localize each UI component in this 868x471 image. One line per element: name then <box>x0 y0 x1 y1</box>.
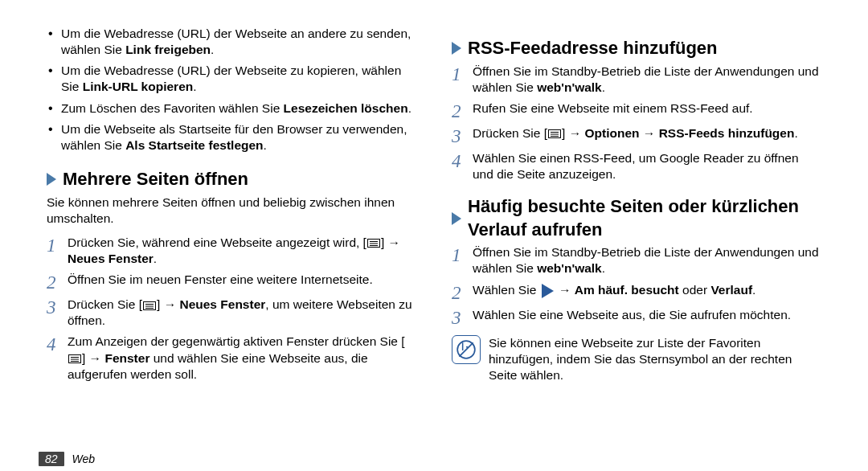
bullet-item: Zum Löschen des Favoriten wählen Sie Les… <box>47 100 416 117</box>
menu-icon <box>143 301 156 310</box>
step-text: Drücken Sie [] → Neues Fenster, um weite… <box>68 297 416 329</box>
chevron-right-icon <box>452 42 461 55</box>
section-heading: Häufig besuchte Seiten oder kürzlichen V… <box>452 195 821 241</box>
left-column: Um die Webadresse (URL) der Webseite an … <box>39 26 434 466</box>
step-row: 4 Wählen Sie einen RSS-Feed, um Google R… <box>452 150 821 182</box>
step-number: 1 <box>452 244 473 276</box>
step-number: 1 <box>47 235 68 267</box>
footer-section-name: Web <box>72 453 96 465</box>
step-row: 4 Zum Anzeigen der gegenwärtig aktiven F… <box>47 334 416 382</box>
play-right-icon <box>542 284 554 298</box>
section-heading: Mehrere Seiten öffnen <box>47 168 416 191</box>
step-number: 3 <box>47 297 68 329</box>
menu-icon <box>548 129 561 138</box>
step-text: Zum Anzeigen der gegenwärtig aktiven Fen… <box>68 334 416 382</box>
step-number: 1 <box>452 63 473 96</box>
step-number: 2 <box>452 282 473 302</box>
step-text: Wählen Sie eine Webseite aus, die Sie au… <box>473 307 821 327</box>
note-text: Sie können eine Webseite zur Liste der F… <box>489 335 821 383</box>
step-row: 1 Öffnen Sie im Standby-Betrieb die List… <box>452 63 821 96</box>
bullet-item: Um die Webadresse (URL) der Webseite an … <box>47 26 416 58</box>
section-heading: RSS-Feedadresse hinzufügen <box>452 37 821 60</box>
step-number: 2 <box>452 100 473 121</box>
step-row: 3 Drücken Sie [] → Neues Fenster, um wei… <box>47 297 416 329</box>
note-icon <box>452 335 481 364</box>
step-row: 1 Drücken Sie, während eine Webseite ang… <box>47 235 416 267</box>
page-footer: 82 Web <box>39 452 95 466</box>
step-text: Öffnen Sie im Standby-Betrieb die Liste … <box>473 63 821 96</box>
step-text: Öffnen Sie im neuen Fenster eine weitere… <box>68 272 416 292</box>
step-text: Drücken Sie, während eine Webseite angez… <box>68 235 416 267</box>
step-text: Wählen Sie → Am häuf. besucht oder Verla… <box>473 282 821 302</box>
step-row: 2 Wählen Sie → Am häuf. besucht oder Ver… <box>452 282 821 302</box>
bullet-item: Um die Webseite als Startseite für den B… <box>47 121 416 154</box>
menu-icon <box>68 354 81 363</box>
chevron-right-icon <box>47 173 56 186</box>
step-number: 4 <box>452 150 473 182</box>
manual-page: Um die Webadresse (URL) der Webseite an … <box>0 0 868 471</box>
step-row: 3 Drücken Sie [] → Optionen → RSS-Feeds … <box>452 125 821 145</box>
menu-icon <box>367 239 380 248</box>
step-row: 2 Rufen Sie eine Webseite mit einem RSS-… <box>452 100 821 121</box>
page-number: 82 <box>39 452 64 466</box>
step-number: 3 <box>452 125 473 145</box>
step-row: 1 Öffnen Sie im Standby-Betrieb die List… <box>452 244 821 276</box>
step-text: Drücken Sie [] → Optionen → RSS-Feeds hi… <box>473 125 821 145</box>
chevron-right-icon <box>452 212 461 225</box>
step-text: Wählen Sie einen RSS-Feed, um Google Rea… <box>473 150 821 182</box>
step-number: 3 <box>452 307 473 327</box>
step-row: 2 Öffnen Sie im neuen Fenster eine weite… <box>47 272 416 292</box>
section-intro: Sie können mehrere Seiten öffnen und bel… <box>47 195 416 227</box>
right-column: RSS-Feedadresse hinzufügen 1 Öffnen Sie … <box>434 26 829 466</box>
step-text: Rufen Sie eine Webseite mit einem RSS-Fe… <box>473 100 821 121</box>
step-number: 4 <box>47 334 68 382</box>
note-box: Sie können eine Webseite zur Liste der F… <box>452 335 821 383</box>
step-number: 2 <box>47 272 68 292</box>
bullet-item: Um die Webadresse (URL) der Webseite zu … <box>47 63 416 95</box>
bullet-list: Um die Webadresse (URL) der Webseite an … <box>47 26 416 154</box>
step-text: Öffnen Sie im Standby-Betrieb die Liste … <box>473 244 821 276</box>
step-row: 3 Wählen Sie eine Webseite aus, die Sie … <box>452 307 821 327</box>
